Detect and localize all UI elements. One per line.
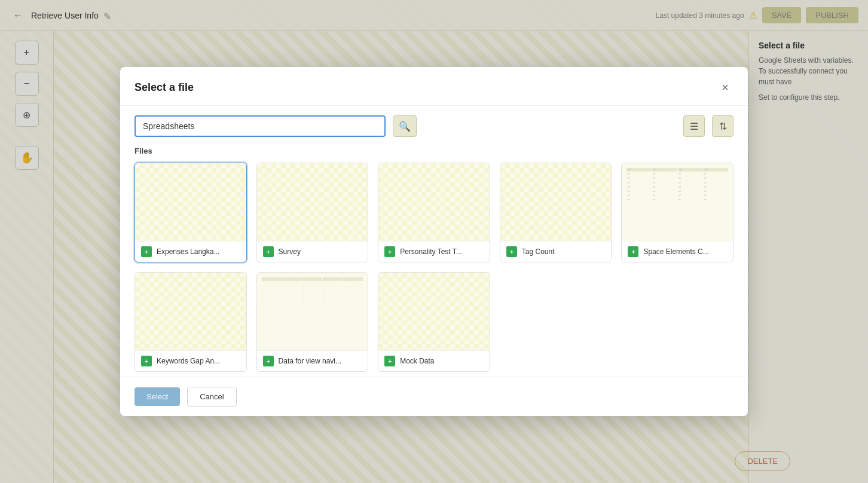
file-info-keywords: + Keywords Gap An... [135, 350, 246, 371]
view-list-button[interactable]: ☰ [683, 115, 705, 137]
file-info-space: + Space Elements C... [622, 241, 733, 262]
file-card-expenses[interactable]: + Expenses Langka... [135, 163, 247, 262]
search-button[interactable]: 🔍 [393, 115, 417, 137]
file-name-keywords: Keywords Gap An... [157, 357, 220, 365]
thumbnail-table-dataview: ABCDE xxxxx xxxxx xxxxx xxxxx xxxxx xxxx… [262, 277, 363, 346]
modal-overlay: Select a file × 🔍 ☰ ⇅ Files [0, 0, 868, 483]
sheet-icon-mockdata: + [384, 356, 395, 366]
search-input[interactable] [135, 115, 386, 137]
file-name-personality: Personality Test T... [400, 247, 462, 256]
file-thumbnail-space: Col1Col2Col3Col4 valvalvalval valvalvalv… [622, 163, 733, 241]
file-grid-row2: + Keywords Gap An... ABCDE xxxxx xxxxx x… [135, 272, 733, 372]
view-sort-button[interactable]: ⇅ [712, 115, 733, 137]
cancel-button[interactable]: Cancel [187, 387, 236, 406]
file-thumbnail-survey [257, 163, 368, 241]
file-grid-row1: + Expenses Langka... + Survey [135, 163, 733, 262]
file-thumbnail-keywords [135, 273, 246, 350]
sheet-icon-expenses: + [141, 246, 152, 257]
file-card-mockdata[interactable]: + Mock Data [378, 272, 490, 372]
file-thumbnail-tagcount [500, 163, 612, 241]
select-button[interactable]: Select [135, 387, 180, 406]
file-thumbnail-dataview: ABCDE xxxxx xxxxx xxxxx xxxxx xxxxx xxxx… [257, 273, 368, 350]
thumbnail-table-space: Col1Col2Col3Col4 valvalvalval valvalvalv… [626, 168, 728, 236]
modal-header: Select a file × [120, 67, 748, 106]
sheet-icon-dataview: + [263, 356, 274, 366]
modal-close-button[interactable]: × [717, 79, 733, 96]
file-name-expenses: Expenses Langka... [157, 247, 219, 256]
search-icon: 🔍 [399, 121, 411, 132]
file-name-survey: Survey [279, 247, 301, 256]
file-info-mockdata: + Mock Data [378, 350, 490, 371]
sort-icon: ⇅ [719, 121, 727, 132]
sheet-icon-tagcount: + [506, 246, 517, 257]
file-name-dataview: Data for view navi... [279, 357, 341, 365]
file-thumbnail-personality [378, 163, 490, 241]
sheet-icon-space: + [628, 246, 638, 257]
file-card-keywords[interactable]: + Keywords Gap An... [135, 272, 247, 372]
search-area: 🔍 ☰ ⇅ [120, 106, 748, 146]
file-thumbnail-mockdata [378, 273, 490, 350]
file-info-tagcount: + Tag Count [500, 241, 612, 262]
file-name-tagcount: Tag Count [522, 247, 555, 256]
sheet-icon-keywords: + [141, 356, 152, 366]
file-card-space[interactable]: Col1Col2Col3Col4 valvalvalval valvalvalv… [621, 163, 733, 262]
file-info-expenses: + Expenses Langka... [135, 241, 246, 262]
files-section: Files + Expenses Langka... + Survey [120, 146, 748, 377]
empty-slot-2 [621, 272, 733, 372]
modal-title: Select a file [135, 81, 194, 94]
file-thumbnail-expenses [135, 163, 246, 241]
files-label: Files [135, 146, 733, 155]
select-file-modal: Select a file × 🔍 ☰ ⇅ Files [120, 67, 748, 416]
list-icon: ☰ [690, 121, 698, 132]
file-name-mockdata: Mock Data [400, 357, 434, 365]
modal-footer: Select Cancel [120, 377, 748, 416]
sheet-icon-personality: + [384, 246, 395, 257]
file-card-dataview[interactable]: ABCDE xxxxx xxxxx xxxxx xxxxx xxxxx xxxx… [256, 272, 369, 372]
file-name-space: Space Elements C... [643, 247, 708, 256]
file-card-survey[interactable]: + Survey [256, 163, 369, 262]
file-info-dataview: + Data for view navi... [257, 350, 368, 371]
sheet-icon-survey: + [263, 246, 274, 257]
file-info-survey: + Survey [257, 241, 368, 262]
file-info-personality: + Personality Test T... [378, 241, 490, 262]
file-card-personality[interactable]: + Personality Test T... [378, 163, 490, 262]
file-card-tagcount[interactable]: + Tag Count [500, 163, 612, 262]
empty-slot-1 [500, 272, 612, 372]
